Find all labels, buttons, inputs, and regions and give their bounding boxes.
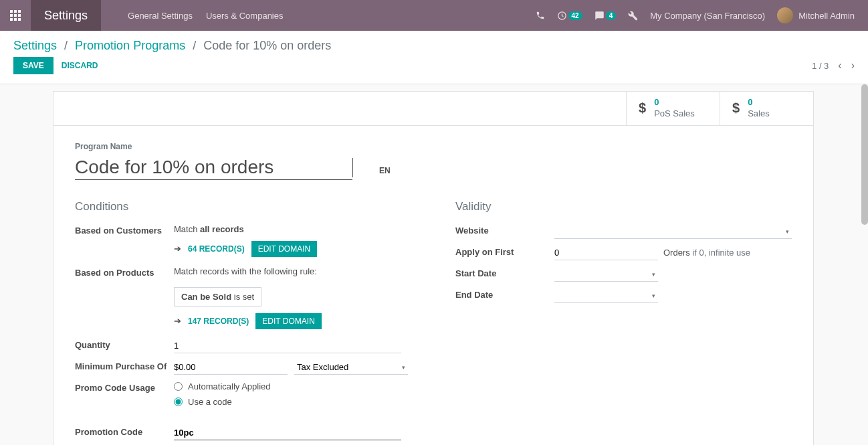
- scroll-thumb[interactable]: [861, 84, 868, 225]
- products-records-link[interactable]: 147 RECORD(S): [188, 317, 249, 326]
- apps-menu-button[interactable]: [0, 0, 31, 31]
- breadcrumb: Settings / Promotion Programs / Code for…: [13, 39, 331, 53]
- auto-applied-radio[interactable]: [174, 382, 183, 391]
- dollar-icon: $: [639, 100, 646, 116]
- pager-text: 1 / 3: [812, 61, 829, 71]
- nav-right: 42 4 My Company (San Francisco) Mitchell…: [536, 7, 868, 23]
- lang-toggle[interactable]: EN: [379, 166, 391, 175]
- brand-title[interactable]: Settings: [31, 0, 101, 31]
- form-sheet: $ 0 PoS Sales $ 0 Sales Program Name: [53, 91, 814, 445]
- website-select[interactable]: [554, 224, 792, 239]
- text-caret: [352, 158, 353, 177]
- activities-button[interactable]: 42: [557, 11, 582, 21]
- start-date-label: Start Date: [455, 267, 554, 278]
- top-nav: Settings General Settings Users & Compan…: [0, 0, 868, 31]
- messages-button[interactable]: 4: [594, 11, 617, 21]
- edit-customers-domain-button[interactable]: EDIT DOMAIN: [251, 241, 317, 257]
- breadcrumb-current: Code for 10% on orders: [203, 39, 331, 52]
- stat-sales-label: Sales: [748, 108, 770, 120]
- stat-sales[interactable]: $ 0 Sales: [720, 92, 813, 125]
- tax-select[interactable]: Tax Excluded: [294, 360, 408, 375]
- avatar-icon: [777, 7, 793, 23]
- apply-first-label: Apply on First: [455, 246, 554, 257]
- pager-next-icon[interactable]: ›: [851, 60, 855, 72]
- start-date-input[interactable]: [554, 267, 658, 282]
- breadcrumb-root[interactable]: Settings: [13, 39, 57, 52]
- user-menu[interactable]: Mitchell Admin: [777, 7, 855, 23]
- min-purchase-input[interactable]: [174, 360, 288, 375]
- company-switcher[interactable]: My Company (San Francisco): [650, 11, 765, 21]
- quantity-input[interactable]: [174, 339, 401, 353]
- apps-grid-icon: [10, 10, 21, 21]
- stat-pos-value: 0: [654, 97, 695, 108]
- nav-users-companies[interactable]: Users & Companies: [206, 11, 284, 21]
- validity-heading: Validity: [455, 200, 792, 213]
- breadcrumb-mid[interactable]: Promotion Programs: [75, 39, 185, 52]
- scrollbar[interactable]: [861, 84, 868, 445]
- stat-buttons: $ 0 PoS Sales $ 0 Sales: [53, 92, 813, 126]
- stat-pos-sales[interactable]: $ 0 PoS Sales: [626, 92, 720, 125]
- edit-products-domain-button[interactable]: EDIT DOMAIN: [255, 313, 321, 329]
- promotion-code-input[interactable]: [174, 426, 401, 440]
- validity-column: Validity Website Apply on First: [455, 200, 792, 445]
- save-button[interactable]: SAVE: [13, 57, 53, 74]
- end-date-label: End Date: [455, 288, 554, 300]
- based-products-label: Based on Products: [75, 266, 174, 278]
- activities-badge: 42: [568, 11, 582, 20]
- title-section: Program Name EN: [75, 142, 792, 180]
- actions-row: SAVE DISCARD 1 / 3 ‹ ›: [0, 57, 868, 84]
- breadcrumb-row: Settings / Promotion Programs / Code for…: [0, 31, 868, 57]
- nav-general-settings[interactable]: General Settings: [128, 11, 193, 21]
- use-code-radio[interactable]: [174, 397, 183, 406]
- debug-icon[interactable]: [628, 11, 638, 21]
- dollar-icon: $: [732, 100, 740, 116]
- nav-links: General Settings Users & Companies: [128, 11, 283, 21]
- quantity-label: Quantity: [75, 339, 174, 350]
- form-body: Program Name EN Conditions Based on Cust…: [53, 126, 813, 445]
- messages-badge: 4: [606, 11, 617, 20]
- use-code-label[interactable]: Use a code: [188, 397, 232, 407]
- stat-sales-value: 0: [748, 97, 770, 108]
- apply-first-input[interactable]: [554, 246, 658, 260]
- auto-applied-label[interactable]: Automatically Applied: [188, 381, 271, 391]
- phone-icon[interactable]: [536, 11, 545, 20]
- discard-button[interactable]: DISCARD: [62, 61, 98, 70]
- columns: Conditions Based on Customers Match all …: [75, 200, 792, 445]
- products-match-text: Match records with the following rule:: [174, 266, 415, 276]
- promo-usage-label: Promo Code Usage: [75, 381, 174, 393]
- end-date-input[interactable]: [554, 288, 658, 303]
- pager-prev-icon[interactable]: ‹: [838, 60, 841, 72]
- promotion-code-label: Promotion Code: [75, 426, 174, 437]
- customers-records-link[interactable]: 64 RECORD(S): [188, 244, 245, 254]
- conditions-column: Conditions Based on Customers Match all …: [75, 200, 415, 445]
- website-label: Website: [455, 224, 554, 236]
- customers-match-text: Match all records: [174, 224, 415, 234]
- form-area: $ 0 PoS Sales $ 0 Sales Program Name: [0, 84, 868, 445]
- min-purchase-label: Minimum Purchase Of: [75, 360, 174, 371]
- program-name-input[interactable]: [75, 155, 352, 180]
- program-name-label: Program Name: [75, 142, 792, 151]
- rule-badge: Can be Sold is set: [174, 287, 261, 306]
- stat-pos-label: PoS Sales: [654, 108, 695, 120]
- arrow-right-icon: ➔: [174, 316, 181, 326]
- pager: 1 / 3 ‹ ›: [812, 60, 855, 72]
- conditions-heading: Conditions: [75, 200, 415, 213]
- based-customers-label: Based on Customers: [75, 224, 174, 236]
- arrow-right-icon: ➔: [174, 244, 181, 254]
- orders-note: Orders if 0, infinite use: [663, 248, 750, 258]
- user-name: Mitchell Admin: [798, 11, 855, 21]
